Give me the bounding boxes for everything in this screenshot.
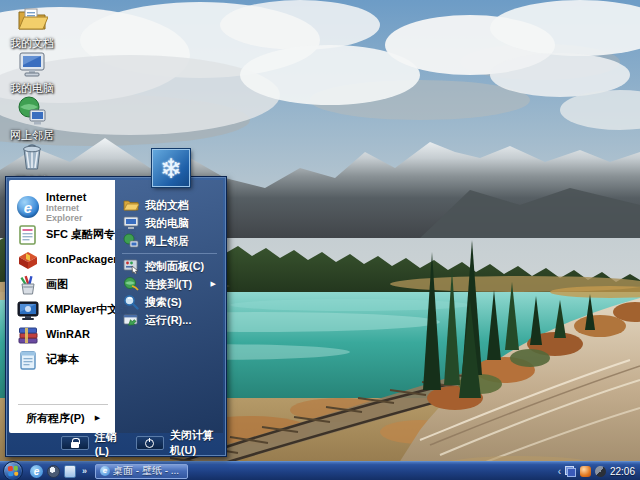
all-programs-label: 所有程序(P) bbox=[26, 411, 85, 426]
run-icon bbox=[122, 312, 139, 329]
shut-down-button[interactable] bbox=[136, 436, 164, 450]
menu-item-internet[interactable]: e Internet Internet Explorer bbox=[14, 192, 112, 222]
menu-item-label: Internet bbox=[46, 192, 112, 203]
recycle-bin-icon bbox=[15, 140, 49, 174]
submenu-arrow-icon: ▶ bbox=[211, 280, 216, 288]
connect-to-icon bbox=[122, 276, 139, 293]
tray-network-icon[interactable] bbox=[565, 466, 576, 477]
menu-item-label: 画图 bbox=[46, 279, 68, 290]
tray-collapse-chevron-icon[interactable]: ‹ bbox=[558, 466, 561, 477]
menu-item-sfc[interactable]: SFC 桌酷网专用版 bbox=[14, 222, 112, 247]
control-panel-icon bbox=[122, 258, 139, 275]
my-documents-icon bbox=[15, 2, 49, 36]
desktop[interactable]: 我的文档 我的电脑 网上邻居 bbox=[0, 0, 640, 480]
taskbar: e » e 桌面 - 壁纸 - ... ‹ 22:06 bbox=[0, 461, 640, 480]
menu-item-label: 网上邻居 bbox=[145, 234, 189, 249]
log-off-button[interactable] bbox=[61, 436, 89, 450]
menu-right-separator bbox=[122, 253, 217, 254]
menu-item-run[interactable]: 运行(R)... bbox=[120, 311, 219, 329]
log-off-label[interactable]: 注销(L) bbox=[95, 430, 122, 457]
ie-letter: e bbox=[103, 466, 107, 476]
iconpackager-icon bbox=[16, 248, 40, 272]
menu-item-label: 运行(R)... bbox=[145, 313, 191, 328]
start-menu-right-panel: 我的文档 我的电脑 bbox=[115, 180, 223, 433]
system-tray: ‹ 22:06 bbox=[558, 466, 640, 477]
my-documents-icon bbox=[122, 197, 139, 214]
menu-item-label: 控制面板(C) bbox=[145, 259, 204, 274]
network-places-icon bbox=[122, 233, 139, 250]
menu-item-label: 连接到(T) bbox=[145, 277, 192, 292]
menu-item-paint[interactable]: 画图 bbox=[14, 272, 112, 297]
start-menu-left-panel: e Internet Internet Explorer bbox=[9, 180, 115, 433]
notepad-icon bbox=[16, 348, 40, 372]
paint-icon bbox=[16, 273, 40, 297]
desktop-icon-network-places[interactable]: 网上邻居 bbox=[4, 94, 60, 141]
quick-launch-internet-explorer-icon[interactable]: e bbox=[30, 465, 43, 478]
menu-item-my-documents[interactable]: 我的文档 bbox=[120, 196, 219, 214]
internet-explorer-icon: e bbox=[16, 195, 40, 219]
shut-down-label[interactable]: 关闭计算机(U) bbox=[170, 428, 223, 458]
snowflake-icon: ❄ bbox=[160, 153, 183, 184]
quick-launch-overflow-chevron-icon[interactable]: » bbox=[82, 466, 87, 476]
sfc-icon bbox=[16, 223, 40, 247]
start-button[interactable] bbox=[3, 461, 23, 480]
task-button-ie-icon: e bbox=[100, 466, 110, 476]
taskbar-clock[interactable]: 22:06 bbox=[610, 466, 635, 477]
quick-launch-bar: e » bbox=[30, 465, 87, 478]
desktop-icon-my-computer[interactable]: 我的电脑 bbox=[4, 47, 60, 94]
all-programs-arrow-icon: ▶ bbox=[95, 414, 100, 422]
windows-logo-icon bbox=[8, 466, 19, 477]
menu-item-label: 记事本 bbox=[46, 354, 79, 365]
menu-item-sublabel: Internet Explorer bbox=[46, 203, 112, 223]
menu-left-separator bbox=[18, 404, 108, 405]
network-places-icon bbox=[15, 94, 49, 128]
menu-item-label: 搜索(S) bbox=[145, 295, 182, 310]
desktop-icon-my-documents[interactable]: 我的文档 bbox=[4, 2, 60, 49]
desktop-icon-label: 我的电脑 bbox=[4, 82, 60, 94]
menu-item-kmplayer[interactable]: KMPlayer中文版 bbox=[14, 297, 112, 322]
start-menu: e Internet Internet Explorer bbox=[5, 176, 227, 457]
menu-item-label: IconPackager bbox=[46, 254, 118, 265]
start-menu-bottom-bar: 注销(L) 关闭计算机(U) bbox=[9, 433, 223, 453]
all-programs-button[interactable]: 所有程序(P) ▶ bbox=[14, 407, 112, 429]
task-button-desktop-wallpaper[interactable]: e 桌面 - 壁纸 - ... bbox=[95, 464, 188, 479]
kmplayer-icon bbox=[16, 298, 40, 322]
menu-item-label: WinRAR bbox=[46, 329, 90, 340]
menu-item-notepad[interactable]: 记事本 bbox=[14, 347, 112, 372]
my-computer-icon bbox=[15, 47, 49, 81]
task-button-label: 桌面 - 壁纸 - ... bbox=[113, 464, 179, 478]
menu-item-winrar[interactable]: WinRAR bbox=[14, 322, 112, 347]
menu-item-my-computer[interactable]: 我的电脑 bbox=[120, 214, 219, 232]
quick-launch-document-icon[interactable] bbox=[64, 465, 76, 478]
menu-item-connect-to[interactable]: 连接到(T) ▶ bbox=[120, 275, 219, 293]
menu-item-label: 我的文档 bbox=[145, 198, 189, 213]
power-icon bbox=[145, 439, 154, 448]
tray-volume-icon[interactable] bbox=[593, 463, 608, 478]
menu-item-iconpackager[interactable]: IconPackager bbox=[14, 247, 112, 272]
menu-left-spacer bbox=[14, 372, 112, 402]
lock-icon bbox=[71, 442, 79, 448]
winrar-icon bbox=[16, 323, 40, 347]
start-menu-body: e Internet Internet Explorer bbox=[9, 180, 223, 433]
menu-item-search[interactable]: 搜索(S) bbox=[120, 293, 219, 311]
my-computer-icon bbox=[122, 215, 139, 232]
menu-item-control-panel[interactable]: 控制面板(C) bbox=[120, 257, 219, 275]
menu-item-label: 我的电脑 bbox=[145, 216, 189, 231]
user-avatar[interactable]: ❄ bbox=[152, 149, 190, 187]
menu-item-network-places[interactable]: 网上邻居 bbox=[120, 232, 219, 250]
ie-letter: e bbox=[34, 465, 40, 478]
search-icon bbox=[122, 294, 139, 311]
tray-messenger-icon[interactable] bbox=[580, 466, 591, 477]
quick-launch-media-player-icon[interactable] bbox=[47, 465, 60, 478]
